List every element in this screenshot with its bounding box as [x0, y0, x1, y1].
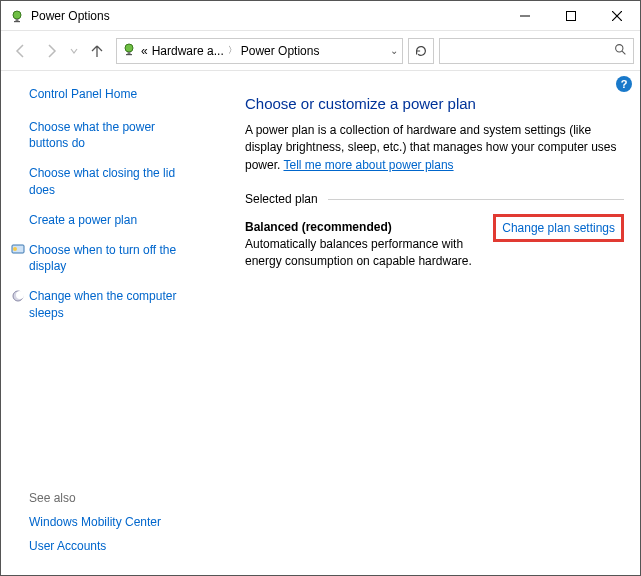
minimize-button[interactable] [502, 1, 548, 31]
divider [328, 199, 624, 200]
change-plan-settings-link[interactable]: Change plan settings [502, 221, 615, 235]
app-icon [9, 8, 25, 24]
selected-plan-header: Selected plan [245, 192, 624, 206]
display-off-icon [11, 243, 25, 257]
content-pane: ? Choose or customize a power plan A pow… [209, 71, 640, 575]
title-bar: Power Options [1, 1, 640, 31]
search-input[interactable] [446, 43, 614, 59]
help-icon[interactable]: ? [616, 76, 632, 92]
section-label: Selected plan [245, 192, 318, 206]
chevron-down-icon[interactable]: ⌄ [390, 45, 398, 56]
svg-point-10 [616, 44, 623, 51]
sidebar-item-computer-sleeps[interactable]: Change when the computer sleeps [29, 288, 195, 320]
breadcrumb-prefix[interactable]: « [141, 44, 148, 58]
address-bar[interactable]: « Hardware a... 〉 Power Options ⌄ [116, 38, 403, 64]
svg-point-7 [125, 44, 133, 52]
main-area: Control Panel Home Choose what the power… [1, 71, 640, 575]
back-button[interactable] [7, 37, 35, 65]
search-icon[interactable] [614, 43, 627, 59]
close-button[interactable] [594, 1, 640, 31]
up-button[interactable] [83, 37, 111, 65]
moon-icon [11, 289, 25, 303]
sidebar: Control Panel Home Choose what the power… [1, 71, 209, 575]
intro-link[interactable]: Tell me more about power plans [283, 158, 453, 172]
svg-line-11 [622, 51, 625, 54]
refresh-button[interactable] [408, 38, 434, 64]
navigation-bar: « Hardware a... 〉 Power Options ⌄ [1, 31, 640, 71]
sidebar-item-label: Choose when to turn off the display [29, 243, 176, 273]
search-box[interactable] [439, 38, 634, 64]
see-also-user-accounts[interactable]: User Accounts [29, 539, 197, 553]
maximize-button[interactable] [548, 1, 594, 31]
sidebar-item-turn-off-display[interactable]: Choose when to turn off the display [29, 242, 195, 274]
breadcrumb-item-power-options[interactable]: Power Options [241, 44, 320, 58]
forward-button[interactable] [37, 37, 65, 65]
svg-point-15 [16, 291, 24, 299]
svg-rect-9 [126, 54, 132, 55]
see-also-header: See also [29, 491, 197, 505]
window-title: Power Options [31, 9, 110, 23]
plan-description: Automatically balances performance with … [245, 236, 489, 270]
address-icon [121, 41, 137, 60]
chevron-right-icon[interactable]: 〉 [228, 44, 237, 57]
window-controls [502, 1, 640, 30]
sidebar-item-power-buttons[interactable]: Choose what the power buttons do [29, 119, 195, 151]
sidebar-item-create-plan[interactable]: Create a power plan [29, 212, 195, 228]
see-also-section: See also Windows Mobility Center User Ac… [29, 491, 197, 563]
svg-point-13 [13, 247, 17, 251]
svg-rect-4 [567, 12, 576, 21]
breadcrumb-item-hardware[interactable]: Hardware a... [152, 44, 224, 58]
plan-row: Balanced (recommended) Automatically bal… [245, 220, 624, 270]
control-panel-home-link[interactable]: Control Panel Home [29, 87, 195, 101]
see-also-mobility-center[interactable]: Windows Mobility Center [29, 515, 197, 529]
sidebar-item-closing-lid[interactable]: Choose what closing the lid does [29, 165, 195, 197]
svg-rect-2 [14, 21, 20, 22]
sidebar-item-label: Change when the computer sleeps [29, 289, 176, 319]
highlight-box: Change plan settings [493, 214, 624, 242]
svg-point-0 [13, 11, 21, 19]
intro-paragraph: A power plan is a collection of hardware… [245, 122, 624, 174]
recent-dropdown[interactable] [67, 37, 81, 65]
plan-name: Balanced (recommended) [245, 220, 489, 234]
svg-rect-8 [128, 52, 131, 54]
svg-rect-1 [16, 19, 19, 21]
page-title: Choose or customize a power plan [245, 95, 624, 112]
